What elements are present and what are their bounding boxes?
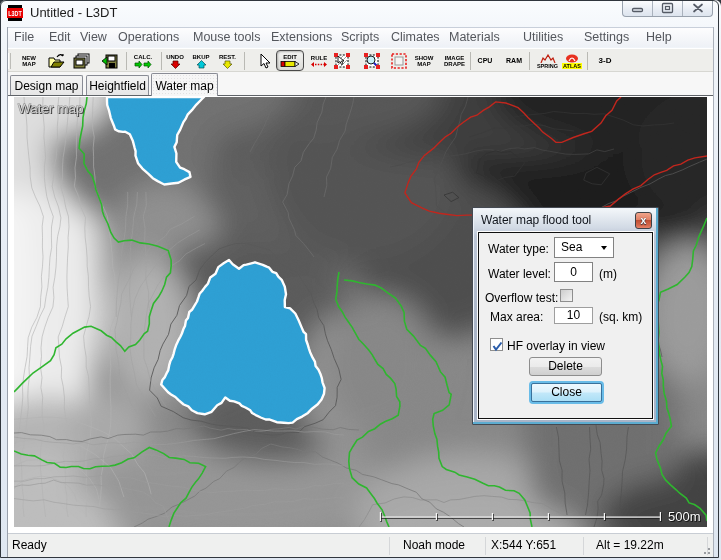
svg-text:L3DT: L3DT — [8, 9, 22, 18]
